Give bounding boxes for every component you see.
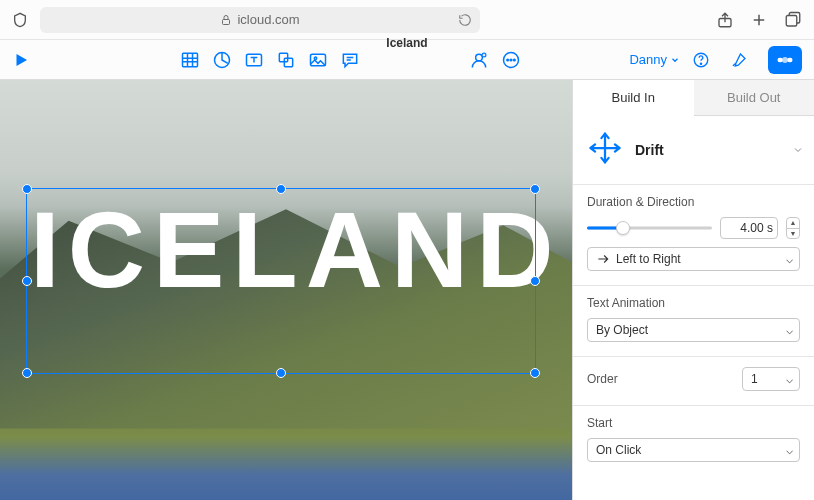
svg-point-17 (700, 63, 701, 64)
order-select[interactable]: 1 ⌵ (742, 367, 800, 391)
url-text: icloud.com (237, 12, 299, 27)
effect-selector[interactable]: Drift (573, 116, 814, 185)
order-label: Order (587, 372, 618, 386)
resize-handle[interactable] (530, 184, 540, 194)
svg-rect-0 (223, 19, 230, 24)
tab-build-in[interactable]: Build In (573, 80, 694, 116)
duration-value[interactable]: 4.00 s (720, 217, 778, 239)
comment-icon[interactable] (340, 50, 360, 70)
play-button[interactable] (12, 51, 30, 69)
table-icon[interactable] (180, 50, 200, 70)
tabs-icon[interactable] (784, 11, 802, 29)
svg-point-10 (475, 54, 482, 61)
user-menu[interactable]: Danny (629, 52, 680, 67)
chevron-updown-icon: ⌵ (786, 323, 793, 337)
svg-rect-18 (777, 57, 782, 62)
duration-stepper[interactable]: ▲▼ (786, 217, 800, 239)
svg-point-15 (513, 59, 515, 61)
effect-name: Drift (635, 142, 664, 158)
text-animation-label: Text Animation (587, 296, 800, 310)
format-button[interactable] (722, 46, 756, 74)
text-animation-value: By Object (596, 323, 648, 337)
resize-handle[interactable] (22, 184, 32, 194)
selection-box (26, 188, 536, 374)
svg-rect-20 (787, 57, 792, 62)
svg-rect-2 (786, 15, 797, 26)
chart-icon[interactable] (212, 50, 232, 70)
animate-button[interactable] (768, 46, 802, 74)
chevron-updown-icon: ⌵ (786, 372, 793, 386)
direction-value: Left to Right (616, 252, 681, 266)
svg-rect-19 (782, 57, 788, 63)
document-title: Iceland (386, 36, 427, 50)
user-name: Danny (629, 52, 667, 67)
text-icon[interactable] (244, 50, 264, 70)
chevron-updown-icon: ⌵ (786, 443, 793, 457)
duration-slider[interactable] (587, 221, 712, 235)
duration-label: Duration & Direction (587, 195, 800, 209)
new-tab-icon[interactable] (750, 11, 768, 29)
brush-icon (730, 51, 748, 69)
reload-icon[interactable] (458, 13, 472, 27)
svg-rect-7 (284, 58, 292, 66)
chevron-down-icon (670, 55, 680, 65)
resize-handle[interactable] (530, 276, 540, 286)
order-value: 1 (751, 372, 758, 386)
svg-rect-3 (183, 53, 198, 66)
resize-handle[interactable] (276, 184, 286, 194)
start-value: On Click (596, 443, 641, 457)
resize-handle[interactable] (276, 368, 286, 378)
tab-build-out[interactable]: Build Out (694, 80, 815, 115)
direction-select[interactable]: Left to Right ⌵ (587, 247, 800, 271)
svg-rect-6 (279, 53, 287, 61)
svg-point-13 (507, 59, 509, 61)
shape-icon[interactable] (276, 50, 296, 70)
lock-icon (220, 14, 232, 26)
text-animation-select[interactable]: By Object ⌵ (587, 318, 800, 342)
start-label: Start (587, 416, 800, 430)
help-icon[interactable] (692, 51, 710, 69)
start-select[interactable]: On Click ⌵ (587, 438, 800, 462)
svg-point-14 (510, 59, 512, 61)
chevron-down-icon (792, 144, 804, 156)
drift-icon (587, 130, 623, 166)
slide-canvas[interactable]: ICELAND (0, 80, 572, 500)
animate-icon (776, 51, 794, 69)
inspector-panel: Build In Build Out Drift Duration & Dire… (572, 80, 814, 500)
collaborate-icon[interactable] (469, 50, 489, 70)
resize-handle[interactable] (22, 276, 32, 286)
resize-handle[interactable] (530, 368, 540, 378)
resize-handle[interactable] (22, 368, 32, 378)
arrow-right-icon (596, 252, 610, 266)
image-icon[interactable] (308, 50, 328, 70)
address-bar[interactable]: icloud.com (40, 7, 480, 33)
share-icon[interactable] (716, 11, 734, 29)
chevron-updown-icon: ⌵ (786, 252, 793, 266)
more-icon[interactable] (501, 50, 521, 70)
shield-icon[interactable] (12, 12, 28, 28)
